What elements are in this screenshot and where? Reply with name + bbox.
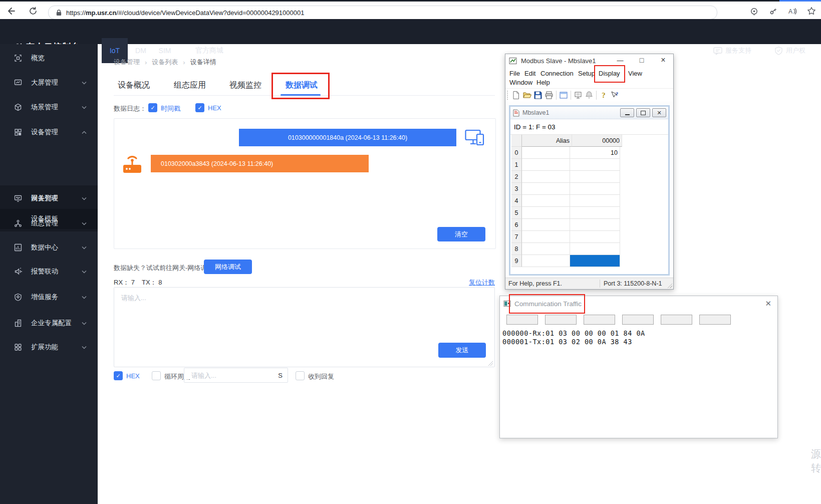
open-file-icon[interactable] [522, 91, 532, 100]
alias-cell[interactable] [522, 195, 570, 207]
tab-scada-app[interactable]: 组态应用 [174, 80, 206, 91]
menu-edit[interactable]: Edit [524, 70, 535, 77]
value-cell[interactable] [570, 219, 620, 231]
reset-counter-link[interactable]: 复位计数 [469, 278, 495, 287]
traffic-button[interactable] [661, 315, 692, 325]
menu-window[interactable]: Window [509, 79, 532, 86]
display-definition-icon[interactable] [559, 91, 569, 100]
register-row[interactable]: 2 [511, 171, 618, 183]
sidebar-item-bigscreen[interactable]: 大屏管理 [0, 71, 98, 95]
sidebar-item-scada[interactable]: 组态管理 [0, 211, 98, 235]
floating-widget-char[interactable]: 转 [811, 461, 821, 475]
cycle-interval-input[interactable] [184, 372, 278, 379]
poll-display-icon[interactable] [573, 91, 583, 100]
value-cell[interactable] [570, 183, 620, 195]
alias-cell[interactable] [522, 147, 570, 159]
value-cell[interactable] [570, 195, 620, 207]
sidebar-item-datacenter[interactable]: 数据中心 [0, 235, 98, 260]
close-icon[interactable]: × [656, 54, 671, 66]
maximize-icon[interactable]: □ [634, 54, 649, 66]
breadcrumb-item[interactable]: 设备管理 [114, 58, 140, 67]
tab-data-debug[interactable]: 数据调试 [286, 80, 318, 91]
value-cell[interactable] [570, 231, 620, 243]
location-icon[interactable] [749, 6, 759, 16]
value-cell[interactable] [570, 255, 620, 267]
alias-cell[interactable] [522, 183, 570, 195]
back-icon[interactable] [6, 6, 16, 16]
nav-user[interactable]: 用户权 [774, 38, 805, 63]
sidebar-item-valueadd[interactable]: 增值服务 [0, 285, 98, 309]
minimize-icon[interactable]: — [613, 54, 628, 66]
child-close-icon[interactable]: ✕ [652, 108, 666, 117]
send-data-input[interactable] [114, 287, 495, 367]
address-column-header[interactable]: 00000 [572, 135, 622, 147]
menu-view[interactable]: View [628, 70, 642, 77]
traffic-title-bar[interactable]: Communication Traffic [500, 296, 777, 311]
hex-log-checkbox[interactable] [195, 103, 204, 112]
register-row[interactable]: 4 [511, 195, 618, 207]
window-resize-grip[interactable] [667, 283, 672, 288]
floating-widget-char[interactable]: 源 [811, 447, 821, 461]
clear-button[interactable]: 清空 [437, 227, 485, 241]
register-row[interactable]: 8 [511, 243, 618, 255]
register-row[interactable]: 0 10 [511, 147, 618, 159]
traffic-button[interactable] [506, 315, 538, 325]
child-minimize-icon[interactable] [620, 108, 634, 117]
read-aloud-icon[interactable]: A [787, 6, 797, 16]
menu-help[interactable]: Help [536, 79, 550, 86]
alarm-bell-icon[interactable] [584, 91, 594, 100]
sidebar-item-extend[interactable]: 扩展功能 [0, 335, 98, 359]
nav-support[interactable]: 服务支持 [713, 38, 751, 63]
register-row[interactable]: 7 [511, 231, 618, 243]
save-icon[interactable] [533, 91, 543, 100]
context-help-icon[interactable]: ? [610, 91, 620, 100]
value-cell[interactable]: 10 [570, 147, 620, 159]
alias-cell[interactable] [522, 171, 570, 183]
register-row[interactable]: 9 [511, 255, 618, 267]
sidebar-item-overview[interactable]: 概览 [0, 46, 98, 70]
alias-cell[interactable] [522, 243, 570, 255]
traffic-button[interactable] [584, 315, 615, 325]
value-cell[interactable] [570, 243, 620, 255]
register-row[interactable]: 6 [511, 219, 618, 231]
register-row[interactable]: 3 [511, 183, 618, 195]
register-row[interactable]: 1 [511, 159, 618, 171]
register-row[interactable]: 5 [511, 207, 618, 219]
help-icon[interactable]: ? [599, 91, 609, 100]
traffic-button[interactable] [622, 315, 654, 325]
alias-cell[interactable] [522, 231, 570, 243]
sidebar-item-alarm[interactable]: 报警联动 [0, 260, 98, 284]
child-title-bar[interactable]: Mbslave1 ✕ [510, 107, 668, 119]
reply-checkbox[interactable] [296, 371, 305, 380]
alias-cell[interactable] [522, 159, 570, 171]
traffic-button[interactable] [699, 315, 731, 325]
url-bar[interactable]: https://mp.usr.cn/#/cloud/device/ViewDev… [48, 6, 717, 20]
sidebar-item-scene[interactable]: 场景管理 [0, 95, 98, 119]
menu-connection[interactable]: Connection [540, 70, 574, 77]
child-restore-icon[interactable] [636, 108, 650, 117]
sidebar-item-device[interactable]: 设备管理 [0, 120, 98, 144]
menu-display[interactable]: Display [599, 70, 620, 77]
value-cell[interactable] [570, 171, 620, 183]
traffic-button[interactable] [545, 315, 577, 325]
cycle-checkbox[interactable] [152, 371, 161, 380]
print-icon[interactable] [544, 91, 554, 100]
new-file-icon[interactable] [511, 91, 521, 100]
menu-setup[interactable]: Setup [578, 70, 595, 77]
traffic-close-icon[interactable]: ✕ [765, 299, 771, 308]
textarea-resize-grip[interactable] [488, 361, 493, 366]
password-key-icon[interactable] [768, 6, 778, 16]
sidebar-item-gateway[interactable]: 网关管理 [0, 186, 98, 210]
favorite-star-icon[interactable] [806, 6, 816, 16]
value-cell[interactable] [570, 159, 620, 171]
tab-video-monitor[interactable]: 视频监控 [229, 80, 261, 91]
menu-file[interactable]: File [509, 70, 520, 77]
network-debug-button[interactable]: 网络调试 [204, 260, 252, 274]
alias-cell[interactable] [522, 207, 570, 219]
breadcrumb-item[interactable]: 设备列表 [152, 58, 178, 67]
timestamp-checkbox[interactable] [148, 103, 157, 112]
alias-cell[interactable] [522, 255, 570, 267]
hex-send-checkbox[interactable] [114, 371, 123, 380]
refresh-icon[interactable] [28, 6, 38, 16]
alias-column-header[interactable]: Alias [522, 135, 572, 147]
